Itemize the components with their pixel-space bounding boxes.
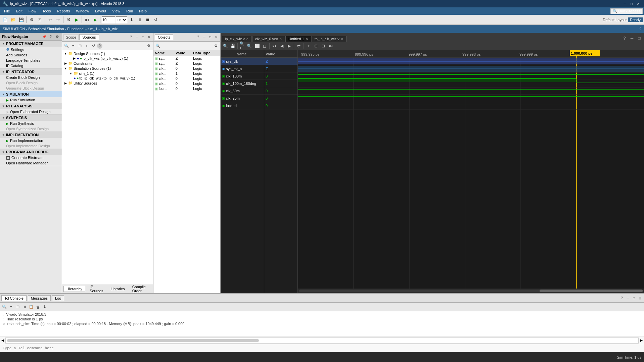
sim-sources-expand[interactable]: ▼ (63, 67, 67, 70)
wave-tab-close-2[interactable]: ✕ (306, 37, 308, 41)
toolbar-pause[interactable]: ⏸ (136, 16, 143, 23)
console-help-btn[interactable]: ? (619, 296, 625, 301)
toolbar-new[interactable]: 📄 (1, 16, 9, 23)
wave-next-btn[interactable]: ▶ (286, 43, 292, 49)
wave-signal-name-row[interactable]: ▣sys_clk (221, 58, 264, 65)
nav-settings[interactable]: ⚙ Settings (0, 47, 62, 52)
wave-signal-name-row[interactable]: ▣clk_25m (221, 95, 264, 102)
wave-search-btn[interactable]: 🔍 (222, 43, 229, 49)
wave-first-btn[interactable]: ⏮ (271, 43, 278, 49)
menu-flow[interactable]: Flow (26, 8, 39, 14)
tab-hierarchy[interactable]: Hierarchy (63, 286, 85, 292)
objects-minimize-btn[interactable]: ─ (201, 35, 207, 40)
objects-tab[interactable]: Objects (155, 34, 173, 40)
console-maximize-btn[interactable]: □ (631, 296, 637, 301)
console-scroll-thumb-h[interactable] (7, 339, 259, 342)
wave-signal-name-row[interactable]: ▣sys_rst_n (221, 65, 264, 72)
section-prog-header[interactable]: ▼ PROGRAM AND DEBUG (0, 149, 62, 155)
constraints-expand[interactable]: ▶ (63, 62, 67, 65)
toolbar-skip-back[interactable]: ⏮ (83, 16, 91, 23)
menu-view[interactable]: View (109, 8, 123, 14)
wave-add-marker-btn[interactable]: + (305, 43, 312, 49)
console-collapse-btn[interactable]: ≡ (8, 304, 14, 310)
design-sources-expand[interactable]: ▼ (63, 52, 67, 55)
wave-last-btn[interactable]: ⏭ (327, 43, 334, 49)
objects-close-btn[interactable]: ✕ (214, 35, 219, 40)
objects-search-btn[interactable]: 🔍 (155, 43, 161, 49)
console-search-btn[interactable]: 🔍 (1, 304, 7, 310)
wave-tab-ip-clk-wiz-v[interactable]: ip_clk_wiz.v ✕ (222, 36, 252, 42)
objects-table-row[interactable]: ▣ clk... 0 Logic (153, 81, 220, 86)
toolbar-redo[interactable]: ↪ (54, 16, 62, 23)
toolbar-compile[interactable]: ⚒ (65, 16, 72, 23)
utility-sources-node[interactable]: ▶ 📁 Utility Sources (63, 81, 152, 86)
objects-table-row[interactable]: ▣ clk... 1 Logic (153, 71, 220, 76)
sources-refresh-btn[interactable]: ↺ (90, 43, 96, 49)
console-tab-messages[interactable]: Messages (28, 295, 51, 301)
wave-tab-untitled-1[interactable]: Untitled 1 ✕ (285, 36, 311, 42)
constraints-node[interactable]: ▶ 📁 Constraints (63, 61, 152, 66)
flow-nav-settings-icon[interactable]: ⚙ (54, 34, 60, 39)
toolbar-undo[interactable]: ↩ (46, 16, 54, 23)
toolbar-down[interactable]: ⬇ (128, 16, 135, 23)
console-copy-btn[interactable]: 📋 (28, 304, 34, 310)
console-pause-btn[interactable]: ⏸ (21, 304, 28, 310)
tab-ip-sources[interactable]: IP Sources (87, 284, 106, 294)
sim-1-node[interactable]: ▼ 📁 sim_1 (1) (63, 71, 152, 76)
sources-add-btn[interactable]: + (84, 43, 90, 49)
wave-tab-tb-ip-clk-wiz-v[interactable]: tb_ip_clk_wiz.v ✕ (312, 36, 347, 42)
nav-add-sources[interactable]: Add Sources (0, 52, 62, 58)
ip-clk-wiz-node[interactable]: ▶ ● ● ip_clk_wiz (ip_clk_wiz.v) (1) (63, 56, 152, 61)
console-minimize-btn[interactable]: ─ (625, 296, 631, 301)
nav-language-templates[interactable]: Language Templates (0, 58, 62, 63)
close-button[interactable]: ✕ (635, 1, 641, 7)
wave-zoom-sel-btn[interactable]: ◻ (261, 43, 268, 49)
wave-tab-close-0[interactable]: ✕ (246, 37, 249, 41)
ip-clk-wiz-expand[interactable]: ▶ (72, 57, 76, 60)
wave-prev-btn[interactable]: ◀ (278, 43, 285, 49)
wave-tab-close-3[interactable]: ✕ (341, 37, 343, 41)
nav-run-synthesis[interactable]: ▶ Run Synthesis (0, 121, 62, 126)
minimize-button[interactable]: ─ (622, 1, 628, 7)
menu-help[interactable]: Help (136, 8, 149, 14)
wave-swap-btn[interactable]: ⇄ (295, 43, 302, 49)
objects-maximize-btn[interactable]: □ (208, 35, 213, 40)
section-project-manager-header[interactable]: ▼ PROJECT MANAGER (0, 41, 62, 47)
sources-close-btn[interactable]: ✕ (146, 35, 152, 40)
utility-sources-expand[interactable]: ▶ (63, 82, 67, 85)
toolbar-reset[interactable]: ↺ (152, 16, 159, 23)
objects-settings-btn[interactable]: ⚙ (213, 43, 219, 49)
wave-tab-close-1[interactable]: ✕ (279, 37, 282, 41)
tcl-command-input[interactable] (3, 346, 641, 350)
flow-nav-pin-icon[interactable]: 📌 (42, 34, 47, 39)
sources-tab[interactable]: Sources (79, 34, 99, 40)
objects-help-btn[interactable]: ? (195, 35, 201, 40)
wave-zoom-out-btn[interactable]: 🔍- (246, 43, 253, 49)
objects-table-row[interactable]: ▣ clk... 0 Logic (153, 66, 220, 71)
console-scroll-right-btn[interactable]: ▶ (640, 338, 643, 343)
time-value-input[interactable] (102, 16, 115, 23)
nav-open-elaborated[interactable]: ▷ Open Elaborated Design (0, 109, 62, 114)
menu-reports[interactable]: Reports (54, 8, 73, 14)
wave-graph[interactable]: 999,995 ps 999,996 ps 999,997 ps 999,998… (298, 50, 644, 293)
sources-search-btn[interactable]: 🔍 (63, 43, 70, 49)
section-rtl-header[interactable]: ▼ RTL ANALYSIS (0, 103, 62, 109)
wave-scrollbar-h[interactable] (298, 289, 644, 293)
tab-compile-order[interactable]: Compile Order (129, 284, 152, 294)
menu-edit[interactable]: Edit (13, 8, 25, 14)
sources-collapse-all-btn[interactable]: ≡ (70, 43, 76, 49)
sim-sources-node[interactable]: ▼ 📁 Simulation Sources (1) (63, 66, 152, 71)
console-scroll-left-btn[interactable]: ◀ (1, 338, 4, 343)
toolbar-stop[interactable]: ⏹ (144, 16, 151, 23)
sources-settings-btn[interactable]: ⚙ (146, 43, 152, 49)
console-tab-tcl[interactable]: Tcl Console (1, 295, 27, 301)
wave-signal-name-row[interactable]: ▣clk_100m_180deg (221, 80, 264, 87)
tb-ip-clk-wiz-node[interactable]: ● ● tb_ip_clk_wiz (tb_ip_clk_wiz.v) (1) (63, 76, 152, 81)
toolbar-open[interactable]: 📂 (9, 16, 17, 23)
objects-table-row[interactable]: ▣ sy... Z Logic (153, 61, 220, 66)
toolbar-sigma[interactable]: Σ (36, 16, 43, 23)
wave-expand-btn[interactable]: ⊞ (313, 43, 319, 49)
wave-tab-clk-wiz-0-veo[interactable]: clk_wiz_0.veo ✕ (252, 36, 285, 42)
toolbar-run[interactable]: ▶ (73, 16, 80, 23)
menu-window[interactable]: Window (73, 8, 92, 14)
